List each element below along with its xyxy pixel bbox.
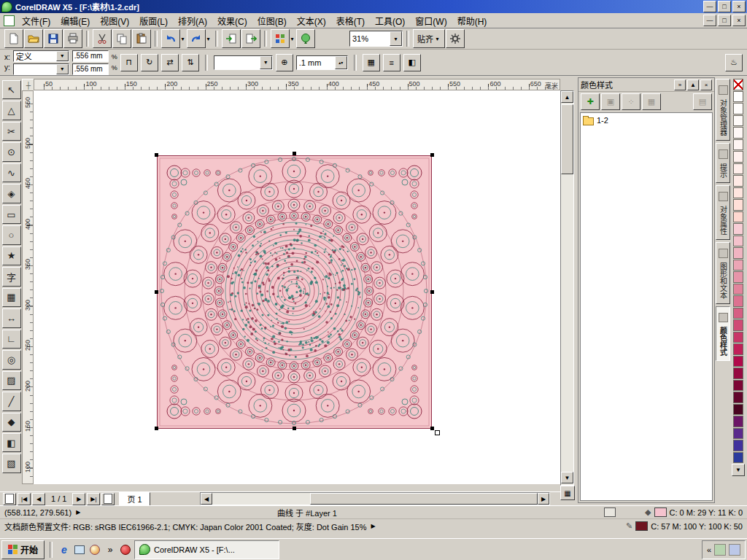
- selection-handle-top-left[interactable]: [155, 153, 158, 157]
- object-width-field[interactable]: [72, 50, 109, 62]
- export-button[interactable]: [241, 29, 260, 48]
- scroll-left-icon[interactable]: ◀: [201, 493, 212, 505]
- media-player-icon[interactable]: [88, 543, 101, 556]
- last-page-button[interactable]: ▶|: [87, 493, 100, 505]
- transparency-tool[interactable]: ▨: [2, 371, 21, 390]
- copy-button[interactable]: [112, 29, 131, 48]
- vertical-ruler[interactable]: 550500450400350300250200150100: [22, 90, 34, 484]
- welcome-screen-button[interactable]: [296, 29, 315, 48]
- palette-swatch[interactable]: [733, 440, 743, 451]
- palette-swatch[interactable]: [733, 223, 743, 235]
- palette-swatch[interactable]: [733, 163, 743, 175]
- palette-swatch[interactable]: [733, 236, 743, 247]
- position-preset-input[interactable]: [14, 51, 56, 61]
- new-harmony-button[interactable]: ▣: [601, 93, 620, 110]
- selection-handle-bottom-center[interactable]: [293, 427, 296, 430]
- menu-item-6[interactable]: 效果(C): [212, 13, 252, 28]
- menu-item-11[interactable]: 窗口(W): [410, 13, 452, 28]
- redo-button[interactable]: [187, 29, 206, 48]
- close-button[interactable]: ×: [732, 1, 746, 12]
- outline-color-swatch[interactable]: [635, 521, 648, 531]
- palette-swatch[interactable]: [733, 368, 743, 379]
- menu-item-8[interactable]: 文本(X): [292, 13, 331, 28]
- docker-tab-4[interactable]: 图形和文本: [716, 242, 730, 304]
- shape-tool[interactable]: △: [2, 101, 21, 120]
- application-launcher-button[interactable]: [271, 29, 290, 48]
- docker-tab-1[interactable]: 对象管理器: [716, 79, 730, 141]
- menu-item-1[interactable]: 文件(F): [17, 13, 55, 28]
- docker-close-icon[interactable]: ×: [700, 79, 712, 90]
- freehand-tool[interactable]: ∿: [2, 163, 21, 182]
- vertical-scroll-thumb[interactable]: [561, 104, 573, 174]
- object-height-input[interactable]: [73, 65, 108, 73]
- new-color-style-button[interactable]: ✚: [581, 93, 600, 110]
- zoom-level-input[interactable]: [350, 31, 390, 46]
- palette-swatch[interactable]: [733, 343, 743, 355]
- add-page-button[interactable]: [101, 493, 115, 505]
- zoom-tool[interactable]: ⊙: [2, 142, 21, 161]
- palette-swatch[interactable]: [733, 260, 743, 271]
- blend-tool[interactable]: ◎: [2, 350, 21, 369]
- horizontal-scroll-thumb[interactable]: [310, 493, 538, 505]
- tray-antivirus-icon[interactable]: [714, 544, 726, 556]
- style-options-button[interactable]: ▤: [693, 93, 712, 110]
- menu-item-9[interactable]: 表格(T): [331, 13, 370, 28]
- nudge-stepper[interactable]: ▴▾: [335, 56, 347, 69]
- canvas-viewport[interactable]: [34, 90, 560, 484]
- menu-item-4[interactable]: 版面(L): [134, 13, 173, 28]
- new-gradient-button[interactable]: ⁘: [622, 93, 640, 110]
- selection-handle-bottom-left[interactable]: [155, 427, 158, 430]
- palette-swatch[interactable]: [733, 295, 743, 307]
- palette-swatch[interactable]: [733, 151, 743, 163]
- outline-pen-tool[interactable]: ◆: [2, 413, 21, 432]
- selection-handle-middle-right[interactable]: [430, 290, 434, 294]
- palette-swatch[interactable]: [733, 356, 743, 368]
- menu-item-7[interactable]: 位图(B): [252, 13, 292, 28]
- mdi-close-button[interactable]: ×: [732, 15, 746, 26]
- palette-swatch[interactable]: [733, 308, 743, 319]
- object-width-input[interactable]: [73, 52, 108, 60]
- import-button[interactable]: [222, 29, 241, 48]
- mirror-horizontal-button[interactable]: ⇄: [161, 54, 179, 71]
- save-button[interactable]: [44, 29, 63, 48]
- position-preset-combo[interactable]: ▾: [13, 50, 69, 62]
- page-menu-button[interactable]: [3, 493, 16, 505]
- fill-tool[interactable]: ◧: [2, 433, 21, 452]
- maximize-button[interactable]: □: [718, 1, 731, 12]
- selection-handle-middle-left[interactable]: [155, 290, 158, 294]
- palette-swatch[interactable]: [733, 187, 743, 199]
- corel-connect-icon[interactable]: [119, 543, 132, 556]
- undo-button[interactable]: [161, 29, 180, 48]
- fill-color-swatch[interactable]: [654, 508, 667, 517]
- object-height-field[interactable]: [72, 63, 109, 75]
- selection-handle-top-center[interactable]: [293, 152, 296, 155]
- outline-dropdown-icon[interactable]: ▾: [260, 56, 272, 69]
- mdi-restore-button[interactable]: □: [718, 15, 731, 26]
- docker-tab-2[interactable]: 提示: [716, 143, 730, 183]
- docker-rollup-icon[interactable]: ▲: [687, 79, 699, 90]
- rotate-angle-button[interactable]: ↻: [141, 54, 158, 71]
- tray-volume-icon[interactable]: [729, 544, 740, 556]
- outline-style-combo[interactable]: ▾: [214, 55, 273, 70]
- nudge-offset-field[interactable]: ▴▾: [296, 55, 348, 70]
- palette-swatch[interactable]: [733, 103, 743, 114]
- palette-swatch[interactable]: [733, 284, 743, 295]
- menu-item-12[interactable]: 帮助(H): [452, 13, 492, 28]
- palette-swatch[interactable]: [733, 416, 743, 427]
- object-properties-button[interactable]: ◧: [403, 54, 421, 71]
- propbar-options-button[interactable]: ♨: [725, 54, 743, 71]
- selection-handle-bottom-right[interactable]: [430, 427, 434, 430]
- outline-style-input[interactable]: [214, 56, 260, 69]
- palette-swatch[interactable]: [733, 139, 743, 151]
- palette-swatch[interactable]: [733, 392, 743, 403]
- mdi-minimize-button[interactable]: —: [703, 15, 716, 26]
- taskbar-task-button[interactable]: CorelDRAW X5 - [F:\...: [134, 540, 279, 559]
- smart-fill-tool[interactable]: ◈: [2, 184, 21, 203]
- options-button[interactable]: [446, 29, 465, 48]
- palette-swatch[interactable]: [733, 127, 743, 139]
- docker-flyout-icon[interactable]: »: [674, 79, 686, 90]
- palette-swatch[interactable]: [733, 247, 743, 259]
- palette-swatch[interactable]: [733, 428, 743, 440]
- next-page-button[interactable]: ▶: [72, 493, 85, 505]
- dimension-tool[interactable]: ↔: [2, 308, 21, 327]
